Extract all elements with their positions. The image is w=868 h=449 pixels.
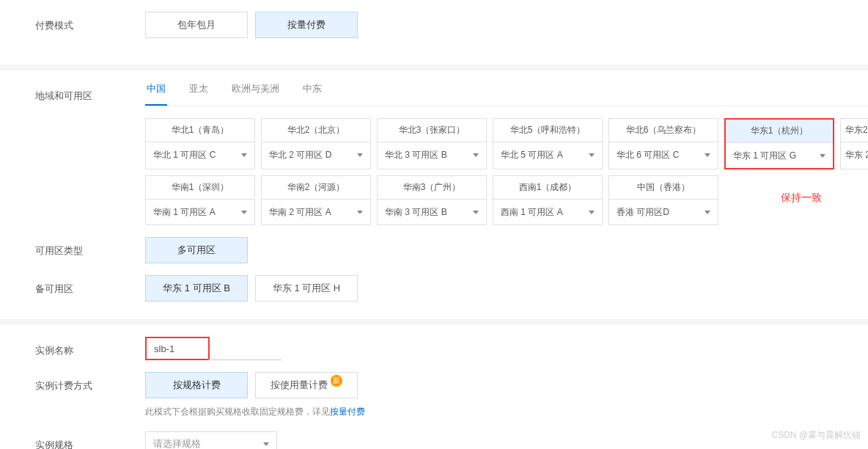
region-header: 华北3（张家口） [378,119,486,142]
chevron-down-icon [473,153,479,157]
annotation-consistent: 保持一致 [746,191,856,205]
region-row-1: 华北1（青岛） 华北 1 可用区 C 华北2（北京） 华北 2 可用区 D 华北… [145,118,868,169]
zone-select[interactable]: 华北 3 可用区 B [378,142,486,167]
zone-select[interactable]: 华北 2 可用区 D [262,142,370,167]
region-north1[interactable]: 华北1（青岛） 华北 1 可用区 C [145,118,255,169]
tab-mideast[interactable]: 中东 [301,82,323,106]
billing-by-spec[interactable]: 按规格计费 [145,372,248,398]
region-south3[interactable]: 华南3（广州） 华南 3 可用区 B [377,175,487,225]
region-east2-partial[interactable]: 华东2 华东 2 可 [840,118,868,169]
chevron-down-icon [589,153,595,157]
chevron-down-icon [357,153,363,157]
chevron-down-icon [357,211,363,214]
zone-select[interactable]: 香港 可用区D [609,200,718,224]
region-north5[interactable]: 华北5（呼和浩特） 华北 5 可用区 A [493,118,603,169]
billing-option-payg[interactable]: 按量付费 [255,12,358,38]
chevron-down-icon [473,211,479,214]
backup-zone-label: 备可用区 [35,275,145,296]
new-badge-icon: 新 [331,375,342,387]
tab-eu-americas[interactable]: 欧洲与美洲 [230,82,281,106]
region-header: 中国（香港） [609,176,718,200]
region-east1[interactable]: 华东1（杭州） 华东 1 可用区 G [724,118,834,169]
region-southwest1[interactable]: 西南1（成都） 西南 1 可用区 A [493,175,603,225]
zone-type-label: 可用区类型 [35,237,145,258]
region-header: 华北5（呼和浩特） [493,119,602,142]
billing-hint: 此模式下会根据购买规格收取固定规格费，详见按量付费 [145,406,868,418]
region-hongkong[interactable]: 中国（香港） 香港 可用区D [608,175,718,225]
backup-zone-h[interactable]: 华东 1 可用区 H [255,275,358,302]
zone-type-multi[interactable]: 多可用区 [145,237,248,263]
zone-select[interactable]: 西南 1 可用区 A [493,200,602,224]
region-header: 华南2（河源） [262,176,370,200]
instance-name-input[interactable] [151,340,204,357]
instance-spec-label: 实例规格 [35,431,145,449]
chevron-down-icon [705,211,710,214]
region-zone-label: 地域和可用区 [35,82,145,103]
tab-china[interactable]: 中国 [145,82,167,106]
chevron-down-icon [241,153,247,157]
region-south2[interactable]: 华南2（河源） 华南 2 可用区 A [261,175,371,225]
instance-name-label: 实例名称 [35,337,145,357]
billing-mode-label: 付费模式 [35,12,145,32]
billing-by-usage[interactable]: 按使用量计费 新 [255,372,358,398]
zone-select[interactable]: 华南 1 可用区 A [146,200,254,224]
region-header: 华北2（北京） [262,119,370,142]
chevron-down-icon [589,211,595,214]
zone-select[interactable]: 华东 1 可用区 G [726,143,833,168]
zone-select[interactable]: 华北 1 可用区 C [146,142,254,167]
billing-option-subscription[interactable]: 包年包月 [145,12,248,38]
region-tabs: 中国 亚太 欧洲与美洲 中东 [145,82,868,106]
region-north3[interactable]: 华北3（张家口） 华北 3 可用区 B [377,118,487,169]
zone-select[interactable]: 华北 6 可用区 C [609,142,718,167]
instance-spec-select[interactable]: 请选择规格 [145,431,277,449]
region-row-2: 华南1（深圳） 华南 1 可用区 A 华南2（河源） 华南 2 可用区 A 华南… [145,175,732,225]
region-header: 西南1（成都） [493,176,602,200]
region-south1[interactable]: 华南1（深圳） 华南 1 可用区 A [145,175,255,225]
chevron-down-icon [241,211,247,214]
region-header: 华南3（广州） [378,176,486,200]
instance-name-underline [208,338,282,360]
chevron-down-icon [705,153,710,157]
zone-select[interactable]: 华南 2 可用区 A [262,200,370,224]
backup-zone-b[interactable]: 华东 1 可用区 B [145,275,248,302]
region-header: 华北1（青岛） [146,119,254,142]
region-header: 华东2 [841,119,868,142]
zone-select[interactable]: 华东 2 可 [841,142,868,167]
billing-hint-link[interactable]: 按量付费 [330,406,365,417]
zone-select[interactable]: 华北 5 可用区 A [493,142,602,167]
chevron-down-icon [263,442,269,446]
region-header: 华南1（深圳） [146,176,254,200]
zone-select[interactable]: 华南 3 可用区 B [378,200,486,224]
region-header: 华东1（杭州） [726,120,833,143]
tab-asiapac[interactable]: 亚太 [188,82,210,106]
region-north2[interactable]: 华北2（北京） 华北 2 可用区 D [261,118,371,169]
region-header: 华北6（乌兰察布） [609,119,718,142]
chevron-down-icon [820,154,825,158]
instance-billing-label: 实例计费方式 [35,372,145,393]
region-north6[interactable]: 华北6（乌兰察布） 华北 6 可用区 C [608,118,718,169]
watermark: CSDN @雾与晨解忧铺 [771,429,861,442]
